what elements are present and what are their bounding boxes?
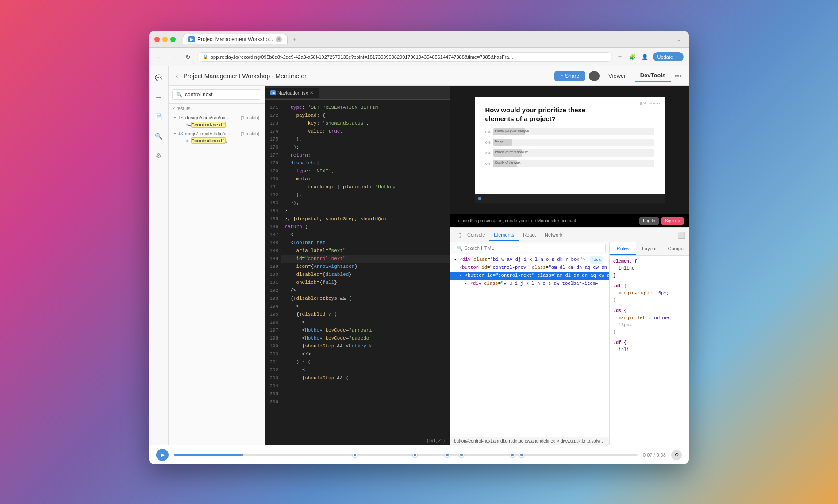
code-line: payload: { [281,111,450,119]
code-line: <Hotkey keyCode="arrowri [281,326,450,334]
code-line: ) : ( [281,358,450,366]
code-line-selected: id="control-next" [281,255,450,263]
match-line-2[interactable]: id: "control-next", [172,137,261,144]
devtools-tabs: ⬚ Console Elements React Network ⬜ [450,228,689,242]
lock-icon: 🔒 [203,54,208,59]
signup-button[interactable]: Sign up [661,217,684,225]
bar-track-1: Project purpose and goal [493,128,654,135]
update-button[interactable]: Update ⋮ [653,52,684,61]
menti-actions: Log In Sign up [639,217,684,225]
results-count: 2 results [169,104,265,113]
html-search-input[interactable] [464,245,603,251]
back-button[interactable]: ← [154,52,165,62]
share-button[interactable]: ↑ Share [554,71,585,81]
time-display: 0:07 / 0:08 [643,452,666,458]
console-tab[interactable]: Console [463,229,489,241]
react-tab[interactable]: React [519,229,540,241]
code-line: tracking: { placement: 'Hotkey [281,183,450,191]
bar-pct-4: 0% [485,162,491,166]
progress-track[interactable] [174,454,638,456]
file-name-1: design/sfinx/src/ui/... [185,115,239,120]
expand-icon[interactable]: ⬜ [678,232,685,239]
app-title-bar: ‹ Project Management Workshop - Mentimet… [169,66,689,86]
file-item-1[interactable]: ▾ TS design/sfinx/src/ui/... (1 match) [172,114,261,122]
profile-icon[interactable]: 👤 [641,53,650,61]
bar-row-2: 0% Budget [485,139,654,146]
styles-panel: Rules Layout Compu element { inline } [609,242,689,445]
code-line: }, [281,135,450,143]
reload-button[interactable]: ↻ [183,52,193,62]
file-result-2: ▾ JS mmjs/_next/static/c... (1 match) id… [169,129,265,145]
code-area: 171172173174175 176177178179180 18118218… [265,100,450,436]
recording-button[interactable]: ⊙ [671,450,682,460]
cursor-position: (191, 27) [265,436,450,445]
file-result-1: ▾ TS design/sfinx/src/ui/... (1 match) i… [169,113,265,129]
code-tab[interactable]: TS Navigation.tsx ✕ [265,88,319,98]
styles-content: element { inline } .dt { margin-right: 1… [610,256,689,445]
bar-label-2: Budget [495,140,505,143]
inspect-icon[interactable]: ⬚ [454,231,463,240]
bar-row-1: 0% Project purpose and goal [485,128,654,135]
code-line: <ToolbarItem [281,239,450,247]
more-button[interactable]: ••• [674,72,682,80]
match-highlight-1: "control-next" [191,122,226,128]
login-button[interactable]: Log In [639,217,659,225]
chat-icon[interactable]: 💬 [153,72,165,84]
styles-tabs: Rules Layout Compu [610,242,689,256]
tree-row-1[interactable]: ▾ <div class="bi w av dj i k l n o s dk … [450,256,609,264]
search-wrap[interactable]: 🔍 [454,244,606,252]
bar-row-3: 0% Project delivery deadline [485,149,654,157]
close-button[interactable] [154,37,160,42]
browser-tab[interactable]: ▶ Project Management Worksho... ✕ [183,34,288,44]
computed-tab[interactable]: Compu [662,242,689,255]
progress-marker-6 [519,453,524,457]
code-line: < [281,302,450,310]
file-item-2[interactable]: ▾ JS mmjs/_next/static/c... (1 match) [172,130,261,137]
css-rule-3: .ds { margin-left: inline 16px; } [613,308,685,336]
main-content: 💬 ☰ 📄 🔍 ⚙ ‹ Project Management Workshop … [149,66,689,445]
code-line: <Hotkey keyCode="pagedo [281,334,450,342]
new-tab-button[interactable]: + [289,34,300,45]
tab-close-button[interactable]: ✕ [276,36,282,42]
window-menu[interactable]: ⌄ [675,36,684,42]
network-tab[interactable]: Network [540,229,567,241]
progress-marker-2 [413,453,417,457]
elements-tab[interactable]: Elements [489,229,519,241]
play-button[interactable]: ▶ [156,449,169,461]
bar-track-3: Project delivery deadline [493,149,654,157]
share-label: Share [565,73,579,79]
extensions-icon[interactable]: 🧩 [628,53,637,61]
layout-tab[interactable]: Layout [636,242,663,255]
browser-window: ▶ Project Management Worksho... ✕ + ⌄ ← … [149,31,689,464]
tree-row-4[interactable]: ▾ <div class="v u i j k l n o s dw toolb… [450,280,609,287]
slide-footer [475,194,665,203]
app-back-button[interactable]: ‹ [176,72,178,80]
devtools-tab[interactable]: DevTools [635,70,671,82]
address-actions: ☆ 🧩 👤 Update ⋮ [616,52,684,61]
update-menu-icon: ⋮ [674,54,679,60]
html-tree-area: 🔍 ▾ <div class="bi w av dj i k l n o s d… [450,242,609,445]
file-icon[interactable]: 📄 [153,111,165,123]
forward-button[interactable]: → [169,52,179,62]
viewer-tab[interactable]: Viewer [603,70,631,81]
tree-row-2[interactable]: <button id="control-prev" class="am dl d… [450,264,609,272]
traffic-lights [154,37,176,42]
settings-icon[interactable]: ⚙ [153,149,165,162]
search-icon[interactable]: 🔍 [153,130,165,142]
url-bar[interactable]: 🔒 app.replay.io/recording/095b8d8f-2dc9-… [197,52,612,62]
total-time: 0:08 [657,452,666,458]
code-line: key: 'showEndStatus', [281,119,450,127]
minimize-button[interactable] [162,37,168,42]
code-tab-close[interactable]: ✕ [310,90,313,95]
list-icon[interactable]: ☰ [153,91,165,103]
match-line-1[interactable]: id="control-next" [172,122,261,128]
search-input-wrap[interactable]: 🔍 [172,89,261,100]
bookmark-icon[interactable]: ☆ [616,53,625,61]
rules-tab[interactable]: Rules [610,242,636,255]
search-input[interactable] [185,92,257,98]
url-text: app.replay.io/recording/095b8d8f-2dc9-42… [211,54,607,60]
file-type-icon-1: TS [178,115,184,120]
maximize-button[interactable] [170,37,176,42]
tabs-bar: ▶ Project Management Worksho... ✕ + [183,34,671,45]
tree-row-3[interactable]: ▾ <button id="control-next" class="am dl… [450,272,609,280]
